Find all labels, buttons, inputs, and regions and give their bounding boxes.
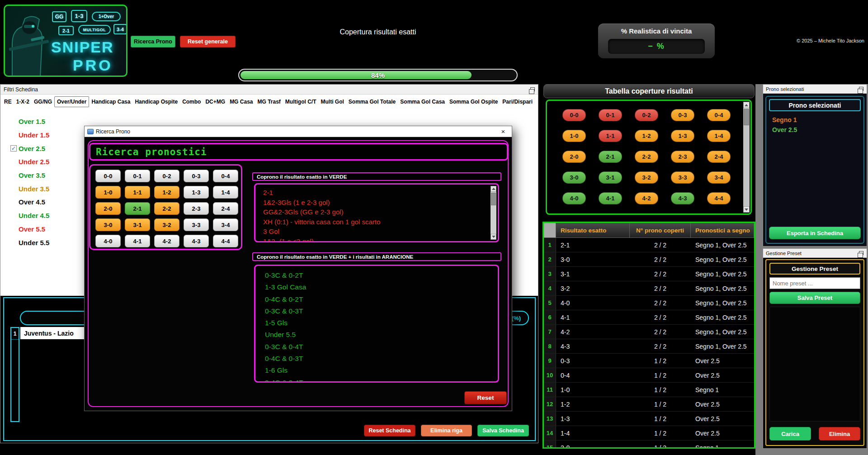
elimina-riga-button[interactable]: Elimina riga — [421, 425, 472, 436]
scroll-thumb[interactable] — [491, 193, 496, 205]
scrollbar[interactable] — [743, 102, 750, 213]
score-button-4-0[interactable]: 4-0 — [95, 235, 121, 247]
score-button-2-2[interactable]: 2-2 — [154, 202, 179, 215]
checkbox-checked-icon[interactable]: ✓ — [10, 145, 17, 152]
cell-coperti: 2 / 2 — [630, 296, 691, 310]
salva-preset-button[interactable]: Salva Preset — [769, 292, 860, 304]
coverage-pill-1-4: 1-4 — [707, 130, 731, 142]
table-row[interactable]: 64-12 / 2Segno 1, Over 2.5 — [544, 310, 754, 325]
verde-list-item[interactable]: 3 Gol — [263, 227, 498, 237]
carica-button[interactable]: Carica — [769, 427, 811, 441]
preset-name-input[interactable] — [769, 277, 860, 289]
score-button-0-4[interactable]: 0-4 — [213, 170, 238, 182]
tab-mg-trasf[interactable]: MG Trasf — [255, 97, 283, 107]
salva-schedina-button[interactable]: Salva Schedina — [477, 425, 529, 436]
reset-button[interactable]: Reset — [464, 391, 507, 404]
arancione-list-item[interactable]: 1-3 Gol Casa — [265, 281, 498, 293]
arancione-list-item[interactable]: 1-6 Gls — [265, 365, 498, 376]
table-row[interactable]: 152-01 / 2Segno 1 — [544, 441, 754, 449]
tab-handicap-ospite[interactable]: Handicap Ospite — [132, 97, 180, 107]
score-button-1-1[interactable]: 1-1 — [125, 186, 150, 199]
score-button-3-3[interactable]: 3-3 — [184, 218, 209, 231]
tab-1-x-2[interactable]: 1-X-2 — [14, 97, 32, 107]
tab-somma-gol-totale[interactable]: Somma Gol Totale — [346, 97, 398, 107]
score-button-1-0[interactable]: 1-0 — [95, 186, 121, 199]
arancione-list-item[interactable]: 0-4C & 0-2T — [265, 294, 498, 305]
elimina-button[interactable]: Elimina — [819, 427, 860, 441]
table-row[interactable]: 54-02 / 2Segno 1, Over 2.5 — [544, 296, 754, 310]
table-row[interactable]: 43-22 / 2Segno 1, Over 2.5 — [544, 281, 754, 296]
score-button-1-2[interactable]: 1-2 — [154, 186, 179, 199]
cell-coperti: 2 / 2 — [630, 238, 691, 252]
close-icon[interactable]: × — [495, 126, 512, 137]
score-button-1-3[interactable]: 1-3 — [184, 186, 209, 199]
tab-handicap-casa[interactable]: Handicap Casa — [89, 97, 132, 107]
score-button-2-0[interactable]: 2-0 — [95, 202, 121, 215]
arancione-list-item[interactable]: 0-3C & 0-2T — [265, 270, 498, 281]
score-button-4-1[interactable]: 4-1 — [125, 235, 150, 247]
tab-gg-ng[interactable]: GG/NG — [32, 97, 54, 107]
arancione-list-item[interactable]: 0-3C & 0-4T — [265, 341, 498, 353]
table-row[interactable]: 12-12 / 2Segno 1, Over 2.5 — [544, 238, 754, 252]
score-button-4-3[interactable]: 4-3 — [184, 235, 209, 247]
tab-re[interactable]: RE — [2, 97, 14, 107]
score-button-0-1[interactable]: 0-1 — [125, 170, 150, 182]
verde-list-item[interactable]: GG&2-3Gls (GG e 2-3 gol) — [263, 207, 498, 217]
scrollbar[interactable] — [491, 186, 496, 240]
table-row[interactable]: 111-01 / 2Segno 1 — [544, 383, 754, 397]
score-button-2-3[interactable]: 2-3 — [184, 202, 209, 215]
score-button-0-3[interactable]: 0-3 — [184, 170, 209, 182]
table-row[interactable]: 84-32 / 2Segno 1, Over 2.5 — [544, 339, 754, 354]
arancione-list-item[interactable]: 0-3C & 0-3T — [265, 305, 498, 317]
score-button-2-1[interactable]: 2-1 — [125, 202, 150, 215]
scroll-up-icon[interactable] — [491, 186, 496, 192]
tab-somma-gol-ospite[interactable]: Somma Gol Ospite — [447, 97, 500, 107]
score-button-3-0[interactable]: 3-0 — [95, 218, 121, 231]
tab-multi-gol[interactable]: Multi Gol — [319, 97, 346, 107]
table-row[interactable]: 131-31 / 2Over 2.5 — [544, 412, 754, 426]
table-row[interactable]: 121-21 / 2Over 2.5 — [544, 397, 754, 412]
scroll-down-icon[interactable] — [743, 206, 750, 213]
verde-list-item[interactable]: 1&3- (1 e ≤3 gol) — [263, 237, 498, 243]
verde-list-item[interactable]: XH (0:1) - vittoria casa con 1 gol scart… — [263, 217, 498, 227]
tab-dc-mg[interactable]: DC+MG — [203, 97, 227, 107]
preset-list[interactable] — [769, 307, 860, 422]
score-button-3-1[interactable]: 3-1 — [125, 218, 150, 231]
arancione-list-item[interactable]: 0-4C & 0-3T — [265, 353, 498, 365]
score-button-4-2[interactable]: 4-2 — [154, 235, 179, 247]
score-button-3-2[interactable]: 3-2 — [154, 218, 179, 231]
reset-schedina-button[interactable]: Reset Schedina — [364, 425, 415, 436]
scroll-down-icon[interactable] — [491, 234, 496, 240]
score-button-3-4[interactable]: 3-4 — [213, 218, 238, 231]
scroll-thumb[interactable] — [744, 109, 749, 125]
tab-pari-dispari[interactable]: Pari/Dispari — [500, 97, 535, 107]
table-row[interactable]: 74-22 / 2Segno 1, Over 2.5 — [544, 325, 754, 339]
tab-mg-casa[interactable]: MG Casa — [227, 97, 255, 107]
score-button-2-4[interactable]: 2-4 — [213, 202, 238, 215]
table-row[interactable]: 33-12 / 2Segno 1, Over 2.5 — [544, 267, 754, 281]
reset-generale-button[interactable]: Reset generale — [180, 36, 236, 47]
verde-list-item[interactable]: 2-1 — [263, 188, 498, 198]
table-row[interactable]: 100-41 / 2Over 2.5 — [544, 368, 754, 383]
restore-icon[interactable] — [859, 87, 863, 91]
tab-somma-gol-casa[interactable]: Somma Gol Casa — [398, 97, 447, 107]
ricerca-prono-button[interactable]: Ricerca Prono — [131, 36, 175, 47]
score-button-0-0[interactable]: 0-0 — [95, 170, 121, 182]
table-row[interactable]: 141-41 / 2Over 2.5 — [544, 426, 754, 441]
tab-over-under[interactable]: Over/Under — [54, 96, 89, 107]
arancione-list-item[interactable]: 1-5 Gls — [265, 317, 498, 329]
tab-combo[interactable]: Combo — [180, 97, 203, 107]
table-row[interactable]: 90-31 / 2Over 2.5 — [544, 354, 754, 368]
score-button-4-4[interactable]: 4-4 — [213, 235, 238, 247]
scroll-up-icon[interactable] — [743, 102, 750, 108]
table-row[interactable]: 23-02 / 2Segno 1, Over 2.5 — [544, 252, 754, 267]
score-button-0-2[interactable]: 0-2 — [154, 170, 179, 182]
restore-icon[interactable] — [530, 87, 535, 91]
verde-list-item[interactable]: 1&2-3Gls (1 e 2-3 gol) — [263, 198, 498, 208]
score-button-1-4[interactable]: 1-4 — [213, 186, 238, 199]
tab-multigol-c-t[interactable]: Multigol C/T — [283, 97, 319, 107]
arancione-list-item[interactable]: 0-4C & 0-4T — [265, 377, 498, 383]
restore-icon[interactable] — [859, 251, 863, 255]
arancione-list-item[interactable]: Under 5.5 — [265, 329, 498, 341]
esporta-in-schedina-button[interactable]: Esporta in Schedina — [769, 227, 861, 239]
